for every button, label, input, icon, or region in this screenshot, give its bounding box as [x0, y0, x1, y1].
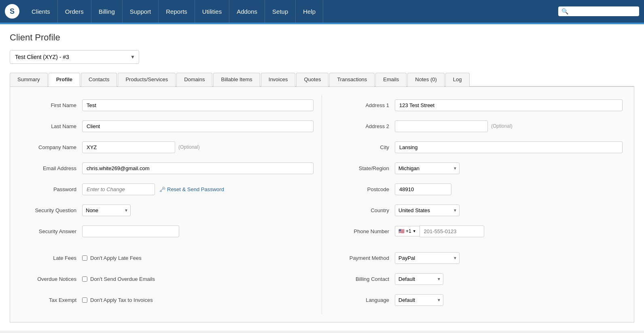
nav-setup[interactable]: Setup	[265, 0, 296, 23]
late-fees-row: Late Fees Don't Apply Late Fees	[21, 249, 314, 266]
tax-exempt-checkbox-label[interactable]: Don't Apply Tax to Invoices	[82, 297, 153, 303]
address1-input[interactable]	[395, 99, 623, 111]
email-label: Email Address	[21, 165, 82, 171]
postcode-input[interactable]	[395, 183, 451, 195]
main-nav: Clients Orders Billing Support Reports U…	[24, 0, 323, 23]
tab-profile[interactable]: Profile	[49, 73, 80, 86]
form-left-column: First Name Last Name Company Name (Optio…	[17, 95, 322, 314]
company-name-input[interactable]	[82, 141, 175, 153]
nav-utilities[interactable]: Utilities	[195, 0, 229, 23]
tab-transactions[interactable]: Transactions	[329, 73, 375, 86]
late-fees-label: Late Fees	[21, 255, 82, 261]
company-name-optional: (Optional)	[178, 144, 200, 150]
language-select[interactable]: Default	[395, 294, 443, 306]
billing-contact-label: Billing Contact	[334, 276, 395, 282]
key-icon: 🗝️	[159, 186, 165, 192]
payment-method-select[interactable]: PayPal	[395, 252, 460, 264]
phone-row: Phone Number 🇺🇸 +1 ▼	[334, 223, 623, 240]
tab-contacts[interactable]: Contacts	[81, 73, 117, 86]
state-select-wrapper[interactable]: Michigan ▼	[395, 162, 460, 174]
postcode-label: Postcode	[334, 186, 395, 192]
nav-reports[interactable]: Reports	[159, 0, 195, 23]
security-answer-label: Security Answer	[21, 228, 82, 234]
first-name-row: First Name	[21, 97, 314, 114]
tab-summary[interactable]: Summary	[10, 73, 48, 86]
client-selector-wrapper[interactable]: Test Client (XYZ) - #3 ▼	[10, 50, 139, 64]
billing-contact-select-wrapper[interactable]: Default ▼	[395, 273, 443, 285]
payment-method-select-wrapper[interactable]: PayPal ▼	[395, 252, 460, 264]
password-label: Password	[21, 186, 82, 192]
page-title: Client Profile	[10, 32, 634, 43]
state-row: State/Region Michigan ▼	[334, 160, 623, 177]
last-name-input[interactable]	[82, 120, 314, 132]
security-question-label: Security Question	[21, 207, 82, 213]
address1-label: Address 1	[334, 102, 395, 108]
billing-contact-row: Billing Contact Default ▼	[334, 270, 623, 287]
nav-support[interactable]: Support	[123, 0, 159, 23]
tab-quotes[interactable]: Quotes	[296, 73, 328, 86]
email-input[interactable]	[82, 162, 314, 174]
company-name-row: Company Name (Optional)	[21, 139, 314, 156]
phone-group: 🇺🇸 +1 ▼	[395, 226, 484, 237]
payment-method-label: Payment Method	[334, 255, 395, 261]
page-content: Client Profile Test Client (XYZ) - #3 ▼ …	[0, 24, 644, 331]
city-input[interactable]	[395, 141, 623, 153]
security-question-select[interactable]: None	[82, 204, 131, 216]
phone-input[interactable]	[419, 226, 484, 237]
search-input[interactable]	[570, 8, 636, 15]
language-row: Language Default ▼	[334, 291, 623, 308]
security-answer-input[interactable]	[82, 226, 179, 237]
tab-emails[interactable]: Emails	[375, 73, 407, 86]
overdue-notices-checkbox-label[interactable]: Don't Send Overdue Emails	[82, 276, 155, 282]
top-nav-bar: S Clients Orders Billing Support Reports…	[0, 0, 644, 23]
tab-notes[interactable]: Notes (0)	[407, 73, 444, 86]
phone-flag-button[interactable]: 🇺🇸 +1 ▼	[395, 226, 419, 236]
nav-orders[interactable]: Orders	[58, 0, 91, 23]
language-select-wrapper[interactable]: Default ▼	[395, 294, 443, 306]
company-name-label: Company Name	[21, 144, 82, 150]
tab-products-services[interactable]: Products/Services	[118, 73, 176, 86]
language-label: Language	[334, 297, 395, 303]
logo: S	[0, 0, 24, 23]
state-select[interactable]: Michigan	[395, 162, 460, 174]
first-name-label: First Name	[21, 102, 82, 108]
tab-invoices[interactable]: Invoices	[261, 73, 296, 86]
nav-help[interactable]: Help	[296, 0, 323, 23]
tab-log[interactable]: Log	[445, 73, 470, 86]
profile-form: First Name Last Name Company Name (Optio…	[10, 87, 634, 322]
first-name-input[interactable]	[82, 99, 314, 111]
address2-optional: (Optional)	[491, 123, 513, 129]
overdue-notices-label: Overdue Notices	[21, 276, 82, 282]
country-select[interactable]: United States	[395, 204, 460, 216]
client-selector[interactable]: Test Client (XYZ) - #3	[10, 50, 139, 64]
security-question-select-wrapper[interactable]: None ▼	[82, 204, 131, 216]
password-input[interactable]	[82, 183, 155, 195]
last-name-row: Last Name	[21, 118, 314, 135]
nav-billing[interactable]: Billing	[91, 0, 123, 23]
email-row: Email Address	[21, 160, 314, 177]
tax-exempt-checkbox[interactable]	[82, 297, 87, 303]
flag-chevron-icon: ▼	[413, 229, 416, 233]
password-row: Password 🗝️ Reset & Send Password	[21, 181, 314, 198]
state-label: State/Region	[334, 165, 395, 171]
search-box[interactable]: 🔍	[558, 6, 639, 16]
tax-exempt-label: Tax Exempt	[21, 297, 82, 303]
city-row: City	[334, 139, 623, 156]
overdue-notices-checkbox[interactable]	[82, 276, 87, 282]
reset-send-password-button[interactable]: 🗝️ Reset & Send Password	[159, 186, 224, 192]
logo-icon: S	[5, 4, 19, 19]
address2-row: Address 2 (Optional)	[334, 118, 623, 135]
tab-billable-items[interactable]: Billable Items	[213, 73, 260, 86]
nav-clients[interactable]: Clients	[24, 0, 58, 23]
phone-label: Phone Number	[334, 228, 395, 234]
late-fees-checkbox[interactable]	[82, 255, 87, 261]
nav-addons[interactable]: Addons	[229, 0, 265, 23]
country-select-wrapper[interactable]: United States ▼	[395, 204, 460, 216]
flag-icon: 🇺🇸	[398, 228, 405, 234]
address2-label: Address 2	[334, 123, 395, 129]
late-fees-checkbox-label[interactable]: Don't Apply Late Fees	[82, 255, 142, 261]
address2-input[interactable]	[395, 120, 488, 132]
billing-contact-select[interactable]: Default	[395, 273, 443, 285]
country-label: Country	[334, 207, 395, 213]
tab-domains[interactable]: Domains	[176, 73, 212, 86]
